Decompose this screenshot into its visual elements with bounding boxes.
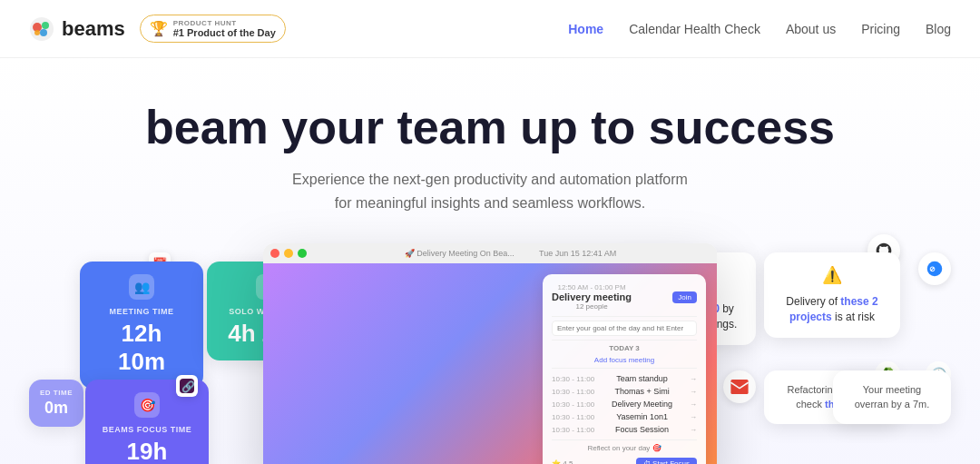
ph-label: PRODUCT HUNT (173, 19, 276, 27)
nav-pricing[interactable]: Pricing (861, 22, 900, 36)
panel-info: 12:50 AM - 01:00 PM Delivery meeting 12 … (552, 283, 632, 311)
meeting-icon-row: 👥 (129, 274, 154, 300)
meeting-row-3: 10:30 - 11:00 Yasemin 1on1 → (552, 410, 697, 423)
app-panel: 12:50 AM - 01:00 PM Delivery meeting 12 … (543, 274, 706, 464)
dot-red (270, 249, 279, 258)
card-meeting-time: 👥 MEETING TIME 12h 10m (80, 262, 203, 389)
app-titlebar: 🚀 Delivery Meeting On Bea... Tue Jun 15 … (263, 243, 717, 263)
nav-blog[interactable]: Blog (926, 22, 951, 36)
logo[interactable]: beams (29, 16, 125, 42)
app-body: 12:50 AM - 01:00 PM Delivery meeting 12 … (263, 263, 717, 464)
dot-green (298, 249, 307, 258)
elapsed-value: 0m (44, 399, 68, 418)
elapsed-label: ED TIME (40, 389, 73, 397)
nav-calendar-health[interactable]: Calendar Health Check (629, 22, 760, 36)
nav-left: beams 🏆 PRODUCT HUNT #1 Product of the D… (29, 15, 286, 43)
goal-input[interactable] (552, 321, 697, 336)
join-button[interactable]: Join (672, 291, 697, 303)
svg-point-3 (40, 29, 47, 36)
logo-icon (29, 16, 54, 42)
meeting-row-4: 10:30 - 11:00 Focus Session → (552, 423, 697, 436)
divider2 (552, 340, 697, 341)
meetings-list: 10:30 - 11:00 Team standup → 10:30 - 11:… (552, 372, 697, 436)
card-elapsed: ED TIME 0m (29, 380, 83, 427)
today-label: TODAY 3 (552, 344, 697, 352)
app-screenshot: 🚀 Delivery Meeting On Bea... Tue Jun 15 … (263, 243, 717, 464)
card-overrun: Your meeting overran by a 7m. (833, 370, 951, 424)
hero-subtext: Experience the next-gen productivity and… (29, 168, 951, 214)
panel-footer: ⭐ 4.5 ⏱ Start Focus (552, 458, 697, 464)
reflect-text: Reflect on your day 🎯 (552, 444, 697, 452)
logo-text: beams (62, 17, 125, 41)
meeting-time-label: MEETING TIME (110, 307, 174, 316)
jira-icon: ⊘ (918, 252, 951, 285)
focus-icon-row: 🎯 (134, 392, 160, 418)
slack-badge: 🔗 (176, 375, 198, 397)
nav-links: Home Calendar Health Check About us Pric… (568, 22, 951, 36)
divider4 (552, 439, 697, 440)
navbar: beams 🏆 PRODUCT HUNT #1 Product of the D… (0, 0, 980, 58)
svg-point-2 (42, 22, 49, 29)
nav-about[interactable]: About us (786, 22, 836, 36)
app-area: 📅 👥 MEETING TIME 12h 10m 👤 SOLO WORK TIM… (29, 243, 951, 464)
add-focus-link[interactable]: Add focus meeting (552, 355, 697, 364)
panel-rating: ⭐ 4.5 (552, 459, 573, 464)
nav-home[interactable]: Home (568, 22, 603, 36)
overrun-text: Your meeting overran by a 7m. (846, 383, 938, 411)
meeting-time-value: 12h 10m (94, 320, 189, 376)
ph-title: #1 Product of the Day (173, 27, 276, 38)
delivery-text: Delivery of these 2 projects is at risk (777, 294, 887, 325)
divider3 (552, 368, 697, 369)
panel-header: 12:50 AM - 01:00 PM Delivery meeting 12 … (552, 283, 697, 311)
panel-title: Delivery meeting (552, 291, 632, 302)
titlebar-text: 🚀 Delivery Meeting On Bea... Tue Jun 15 … (405, 249, 617, 258)
hero-section: beam your team up to success Experience … (0, 58, 980, 464)
svg-text:⊘: ⊘ (929, 265, 936, 273)
svg-text:🔗: 🔗 (181, 380, 194, 393)
hero-heading: beam your team up to success (29, 102, 951, 153)
product-hunt-badge[interactable]: 🏆 PRODUCT HUNT #1 Product of the Day (140, 15, 286, 43)
panel-time: 12:50 AM - 01:00 PM (552, 283, 632, 291)
panel-attendees: 12 people (552, 302, 632, 311)
meeting-icon: 👥 (129, 274, 154, 300)
svg-rect-9 (730, 380, 748, 394)
ph-icon: 🏆 (150, 20, 168, 37)
divider1 (552, 316, 697, 317)
focus-time-label: BEAMS FOCUS TIME (103, 425, 192, 434)
meeting-row-2: 10:30 - 11:00 Delivery Meeting → (552, 398, 697, 410)
gmail-icon (723, 370, 756, 403)
delivery-emoji: ⚠️ (777, 265, 887, 285)
meeting-row-0: 10:30 - 11:00 Team standup → (552, 372, 697, 385)
start-focus-button[interactable]: ⏱ Start Focus (636, 458, 697, 464)
ph-text: PRODUCT HUNT #1 Product of the Day (173, 19, 276, 38)
card-delivery: ⚠️ Delivery of these 2 projects is at ri… (764, 252, 900, 338)
focus-icon: 🎯 (134, 392, 160, 418)
focus-time-value: 19h 24m (100, 438, 194, 464)
dot-yellow (284, 249, 293, 258)
svg-point-4 (34, 30, 40, 35)
meeting-row-1: 10:30 - 11:00 Thomas + Simi → (552, 385, 697, 398)
